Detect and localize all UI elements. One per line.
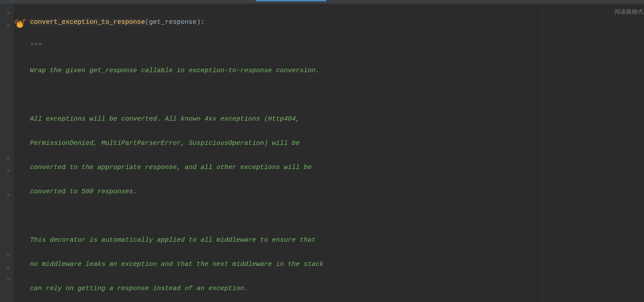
- docstring-line: PermissionDenied, MultiPartParserError, …: [14, 140, 300, 147]
- reader-mode-label[interactable]: 阅读器模式: [614, 8, 643, 16]
- docstring-start: """: [14, 43, 42, 50]
- fold-icon[interactable]: ⊟: [7, 156, 11, 161]
- docstring-line: All exceptions will be converted. All kn…: [14, 115, 300, 123]
- signature: (get_response):: [145, 18, 205, 26]
- docstring-line: converted to 500 responses.: [14, 188, 137, 195]
- keyword-def: def: [14, 18, 30, 26]
- docstring-line: converted to the appropriate response, a…: [14, 164, 312, 171]
- docstring-line: Wrap the given get_response callable in …: [14, 67, 320, 74]
- fold-icon[interactable]: ⊖: [7, 277, 11, 282]
- docstring-line: This decorator is automatically applied …: [14, 236, 316, 244]
- docstring-line: can rely on getting a response instead o…: [14, 285, 248, 292]
- editor-area: ⊖ ⊖ ⊟ ⊖ ⊖ ⊟ ⊟ ⊖ ⊖ def convert_exception_…: [0, 4, 644, 302]
- code-editor[interactable]: def convert_exception_to_response(get_re…: [13, 4, 543, 302]
- fold-icon[interactable]: ⊖: [7, 11, 11, 15]
- tab-bar[interactable]: [0, 0, 644, 4]
- fold-icon[interactable]: ⊖: [7, 23, 11, 28]
- active-tab-indicator: [256, 0, 326, 1]
- fold-icon[interactable]: ⊖: [7, 193, 11, 197]
- docstring-line: no middleware leaks an exception and tha…: [14, 261, 324, 268]
- gutter[interactable]: ⊖ ⊖ ⊟ ⊖ ⊖ ⊟ ⊟ ⊖ ⊖: [0, 4, 13, 302]
- fold-icon[interactable]: ⊟: [7, 253, 11, 258]
- fold-icon[interactable]: ⊟: [7, 265, 11, 270]
- fold-icon[interactable]: ⊖: [7, 169, 11, 173]
- function-name: convert_exception_to_response: [30, 18, 145, 26]
